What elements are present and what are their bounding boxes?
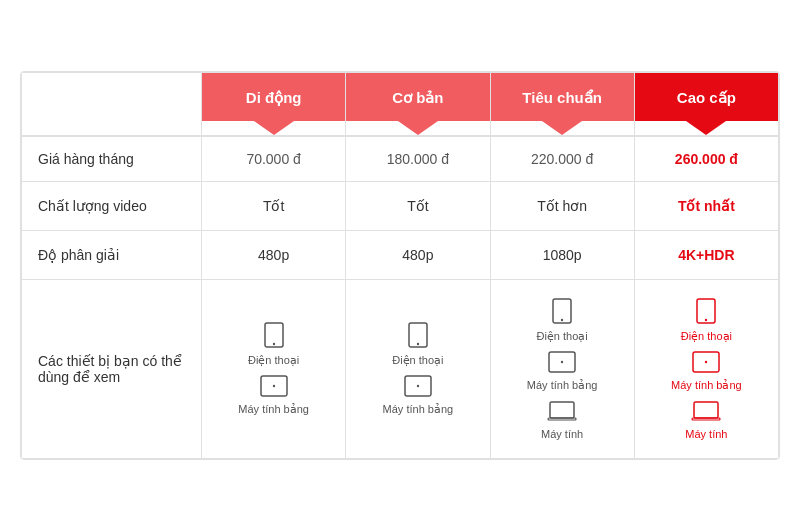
quality-standard: Tốt hơn (490, 181, 634, 230)
tablet-icon-standard (548, 351, 576, 376)
tablet-icon (260, 375, 288, 400)
resolution-premium: 4K+HDR (634, 230, 778, 279)
svg-point-15 (705, 318, 707, 320)
laptop-icon-standard (547, 400, 577, 425)
tablet-icon-basic (404, 375, 432, 400)
mobile-label: Di động (246, 89, 302, 106)
col-standard-header: Tiêu chuẩn (490, 72, 634, 136)
phone-icon-premium (695, 298, 717, 327)
standard-label: Tiêu chuẩn (522, 89, 602, 106)
svg-rect-13 (548, 418, 576, 420)
laptop-standard: Máy tính (541, 400, 583, 440)
devices-standard: Điện thoại Máy tính bảng (490, 279, 634, 458)
col-basic-header: Cơ bản (346, 72, 490, 136)
col-mobile-header: Di động (202, 72, 346, 136)
tablet-premium: Máy tính bảng (671, 351, 742, 392)
quality-basic: Tốt (346, 181, 490, 230)
laptop-icon-premium (691, 400, 721, 425)
devices-label: Các thiết bị bạn có thể dùng để xem (22, 279, 202, 458)
phone-mobile: Điện thoại (248, 322, 299, 367)
devices-premium: Điện thoại Máy tính bảng (634, 279, 778, 458)
phone-standard: Điện thoại (536, 298, 587, 343)
mobile-badge: Di động (202, 73, 345, 121)
resolution-row: Độ phân giải 480p 480p 1080p 4K+HDR (22, 230, 779, 279)
price-standard: 220.000 đ (490, 136, 634, 182)
empty-header (22, 72, 202, 136)
premium-label: Cao cấp (677, 89, 736, 106)
svg-point-3 (272, 384, 274, 386)
svg-point-5 (417, 342, 419, 344)
phone-basic: Điện thoại (392, 322, 443, 367)
svg-rect-18 (694, 402, 718, 418)
resolution-mobile: 480p (202, 230, 346, 279)
svg-rect-19 (692, 418, 720, 420)
svg-point-17 (705, 360, 707, 362)
price-basic: 180.000 đ (346, 136, 490, 182)
tablet-mobile: Máy tính bảng (238, 375, 309, 416)
basic-badge: Cơ bản (346, 73, 489, 121)
svg-point-11 (561, 360, 563, 362)
phone-icon-standard (551, 298, 573, 327)
basic-label: Cơ bản (392, 89, 443, 106)
phone-icon (263, 322, 285, 351)
svg-point-9 (561, 318, 563, 320)
phone-premium: Điện thoại (681, 298, 732, 343)
resolution-label: Độ phân giải (22, 230, 202, 279)
phone-icon-basic (407, 322, 429, 351)
devices-basic: Điện thoại Máy tính bảng (346, 279, 490, 458)
quality-mobile: Tốt (202, 181, 346, 230)
devices-row: Các thiết bị bạn có thể dùng để xem (22, 279, 779, 458)
quality-label: Chất lượng video (22, 181, 202, 230)
tablet-basic: Máy tính bảng (383, 375, 454, 416)
comparison-table: Di động Cơ bản Tiêu chuẩn (20, 71, 780, 460)
quality-row: Chất lượng video Tốt Tốt Tốt hơn Tốt nhấ… (22, 181, 779, 230)
quality-premium: Tốt nhất (634, 181, 778, 230)
standard-badge: Tiêu chuẩn (491, 73, 634, 121)
devices-mobile: Điện thoại Máy tính bảng (202, 279, 346, 458)
premium-badge: Cao cấp (635, 73, 778, 121)
col-premium-header: Cao cấp (634, 72, 778, 136)
svg-point-7 (417, 384, 419, 386)
svg-point-1 (272, 342, 274, 344)
tablet-standard: Máy tính bảng (527, 351, 598, 392)
price-label: Giá hàng tháng (22, 136, 202, 182)
tablet-icon-premium (692, 351, 720, 376)
laptop-premium: Máy tính (685, 400, 727, 440)
resolution-basic: 480p (346, 230, 490, 279)
price-premium: 260.000 đ (634, 136, 778, 182)
price-mobile: 70.000 đ (202, 136, 346, 182)
price-row: Giá hàng tháng 70.000 đ 180.000 đ 220.00… (22, 136, 779, 182)
svg-rect-12 (550, 402, 574, 418)
resolution-standard: 1080p (490, 230, 634, 279)
